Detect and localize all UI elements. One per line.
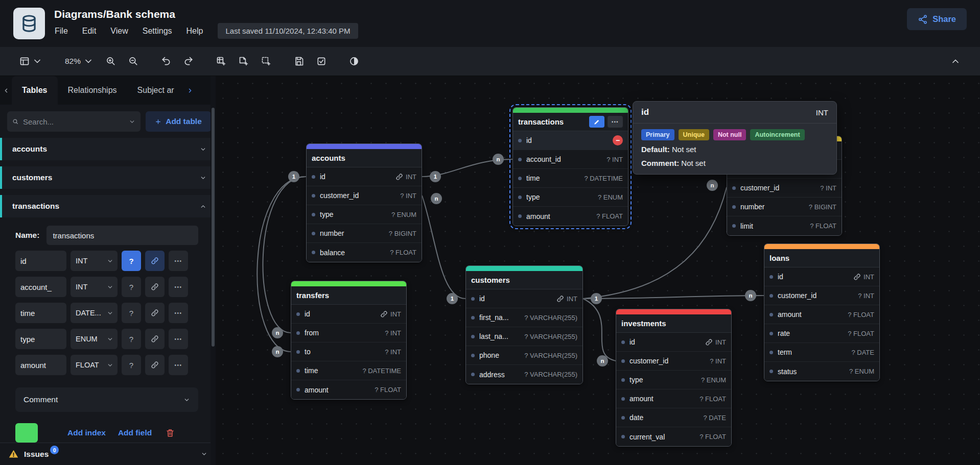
table-color-swatch[interactable] (15, 423, 38, 443)
field-more-button[interactable]: ••• (169, 277, 188, 297)
chevron-down-icon[interactable] (129, 118, 135, 125)
table-header[interactable]: investments (616, 314, 731, 333)
table-field-row[interactable]: idINT (764, 267, 879, 286)
nullable-toggle[interactable]: ? (122, 277, 141, 297)
table-field-row[interactable]: amount? FLOAT (513, 207, 628, 226)
table-field-row[interactable]: idINT (616, 333, 731, 352)
field-type-select[interactable]: ENUM (71, 329, 118, 349)
table-field-row[interactable]: time? DATETIME (291, 361, 406, 380)
scrollbar-thumb[interactable] (212, 108, 215, 347)
field-more-button[interactable]: ••• (169, 303, 188, 323)
diagram-table-transactions[interactable]: transactions•••id−account_id? INTtime? D… (512, 107, 628, 226)
diagram-table-customers[interactable]: customersidINTfirst_na...? VARCHAR(255)l… (465, 265, 583, 384)
tab-subject-areas[interactable]: Subject ar (127, 76, 184, 105)
table-field-row[interactable]: amount? FLOAT (291, 380, 406, 399)
tabs-scroll-left-button[interactable] (1, 85, 12, 96)
tab-tables[interactable]: Tables (12, 76, 58, 105)
delete-field-button[interactable]: − (613, 135, 623, 145)
issues-bar[interactable]: Issues 0 (0, 443, 216, 465)
table-field-row[interactable]: customer_id? INT (616, 352, 731, 371)
table-field-row[interactable]: term? DATE (764, 343, 879, 362)
table-field-row[interactable]: id− (513, 131, 628, 150)
menu-file[interactable]: File (49, 24, 74, 38)
primary-key-toggle[interactable] (145, 277, 165, 297)
field-type-select[interactable]: INT (71, 277, 118, 297)
add-table-button[interactable]: Add table (146, 111, 211, 132)
delete-table-button[interactable] (160, 424, 180, 442)
table-field-row[interactable]: customer_id? INT (764, 286, 879, 305)
table-field-row[interactable]: date? DATE (616, 408, 731, 427)
field-more-button[interactable]: ••• (169, 329, 188, 349)
table-header[interactable]: transfers (291, 286, 406, 305)
table-field-row[interactable]: address? VARCHAR(255) (466, 365, 582, 384)
redo-button[interactable] (179, 53, 198, 70)
table-name-input[interactable] (46, 226, 198, 245)
field-name-input[interactable] (15, 303, 66, 323)
table-field-row[interactable]: type? ENUM (307, 205, 422, 224)
diagram-table-accounts[interactable]: accountsidINTcustomer_id? INTtype? ENUMn… (306, 143, 422, 262)
menu-help[interactable]: Help (181, 24, 209, 38)
table-field-row[interactable]: phone? VARCHAR(255) (466, 346, 582, 365)
add-index-button[interactable]: Add index (61, 424, 112, 442)
field-name-input[interactable] (15, 329, 66, 349)
table-field-row[interactable]: number? BIGINT (727, 198, 842, 216)
zoom-level-dropdown[interactable]: 82% (61, 53, 98, 70)
tabs-scroll-right-button[interactable] (184, 85, 195, 96)
table-field-row[interactable]: amount? FLOAT (616, 389, 731, 408)
theme-toggle-button[interactable] (345, 53, 363, 70)
table-header[interactable]: transactions••• (513, 113, 628, 131)
table-field-row[interactable]: idINT (466, 289, 582, 308)
nullable-toggle[interactable]: ? (122, 329, 141, 349)
chevron-up-icon[interactable] (200, 203, 206, 210)
diagram-table-loans[interactable]: loansidINTcustomer_id? INTamount? FLOATr… (764, 243, 880, 381)
search-box[interactable] (7, 111, 141, 132)
add-note-tool-button[interactable] (235, 53, 253, 70)
diagram-canvas[interactable]: 1nn1n1n1nnn id INT PrimaryUniqueNot null… (216, 76, 980, 465)
nullable-toggle[interactable]: ? (122, 303, 141, 323)
field-name-input[interactable] (15, 277, 66, 297)
sidebar-item-transactions[interactable]: transactions (0, 195, 216, 217)
table-header[interactable]: loans (764, 249, 879, 267)
relationship-line[interactable] (583, 296, 764, 299)
nullable-toggle[interactable]: ? (122, 251, 141, 271)
table-field-row[interactable]: number? BIGINT (307, 224, 422, 243)
field-name-input[interactable] (15, 251, 66, 271)
save-button[interactable] (290, 53, 308, 70)
field-more-button[interactable]: ••• (169, 251, 188, 271)
field-type-select[interactable]: INT (71, 251, 118, 271)
menu-edit[interactable]: Edit (77, 24, 102, 38)
menu-view[interactable]: View (105, 24, 133, 38)
table-field-row[interactable]: time? DATETIME (513, 169, 628, 188)
table-field-row[interactable]: type? ENUM (513, 188, 628, 207)
table-field-row[interactable]: account_id? INT (513, 150, 628, 169)
table-field-row[interactable]: first_na...? VARCHAR(255) (466, 308, 582, 327)
menu-settings[interactable]: Settings (137, 24, 178, 38)
diagram-table-investments[interactable]: investmentsidINTcustomer_id? INTtype? EN… (616, 309, 732, 447)
table-field-row[interactable]: customer_id? INT (307, 186, 422, 205)
table-options-button[interactable]: ••• (608, 116, 623, 128)
field-type-select[interactable]: FLOAT (71, 355, 118, 375)
undo-button[interactable] (157, 53, 175, 70)
table-field-row[interactable]: balance? FLOAT (307, 243, 422, 262)
primary-key-toggle[interactable] (145, 303, 165, 323)
diagram-table-transfers[interactable]: transfersidINTfrom? INTto? INTtime? DATE… (291, 281, 407, 400)
chevron-down-icon[interactable] (200, 175, 206, 181)
relationship-line[interactable] (422, 195, 465, 299)
table-field-row[interactable]: type? ENUM (616, 371, 731, 389)
table-field-row[interactable]: customer_id? INT (727, 179, 842, 198)
edit-table-button[interactable] (589, 116, 604, 128)
sidebar-item-accounts[interactable]: accounts (0, 138, 216, 160)
field-type-select[interactable]: DATE... (71, 303, 118, 323)
table-field-row[interactable]: status? ENUM (764, 362, 879, 381)
relationship-line[interactable] (583, 299, 616, 361)
tab-relationships[interactable]: Relationships (58, 76, 127, 105)
sidebar-item-customers[interactable]: customers (0, 166, 216, 189)
table-field-row[interactable]: last_na...? VARCHAR(255) (466, 327, 582, 346)
primary-key-toggle[interactable] (145, 251, 165, 271)
table-header[interactable]: accounts (307, 149, 422, 167)
table-field-row[interactable]: idINT (307, 167, 422, 186)
chevron-down-icon[interactable] (200, 146, 206, 153)
zoom-in-button[interactable] (102, 53, 120, 70)
table-field-row[interactable]: to? INT (291, 342, 406, 361)
collapse-toolbar-button[interactable] (946, 53, 965, 70)
